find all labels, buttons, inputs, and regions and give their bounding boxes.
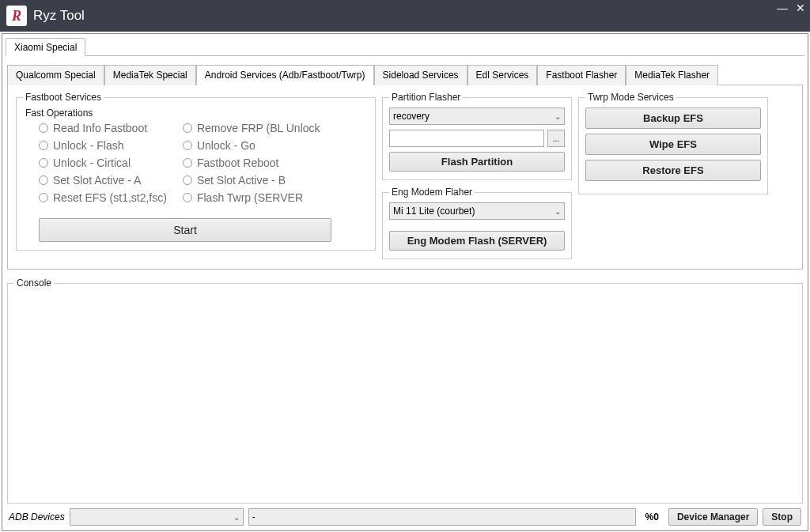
fastboot-col2-option-0[interactable]: Remove FRP (BL Unlock — [183, 122, 320, 134]
fastboot-col1-option-1[interactable]: Unlock - Flash — [39, 139, 167, 152]
tab-content: Fastboot Services Fast Operations Read I… — [7, 85, 803, 270]
group-fast-operations: Fast Operations Read Info FastbootUnlock… — [23, 108, 369, 242]
main-tab-row: Xiaomi Special — [6, 37, 804, 56]
radio-label: Set Slot Active - A — [53, 174, 141, 187]
partition-select[interactable]: recovery ⌄ — [389, 108, 565, 125]
radio-label: Remove FRP (BL Unlock — [197, 122, 320, 134]
app-logo: R — [6, 6, 27, 26]
group-eng-modem-flasher: Eng Modem Flaher Mi 11 Lite (courbet) ⌄ … — [382, 187, 572, 259]
adb-devices-select[interactable]: ⌄ — [70, 508, 244, 526]
tab-sideload-services[interactable]: Sideload Services — [374, 65, 467, 85]
partition-file-input[interactable] — [389, 130, 544, 147]
restore-efs-button[interactable]: Restore EFS — [585, 160, 761, 181]
radio-label: Flash Twrp (SERVER — [197, 191, 303, 204]
chevron-down-icon: ⌄ — [233, 513, 240, 522]
radio-icon — [39, 193, 48, 202]
progress-percent: %0 — [645, 511, 659, 523]
radio-label: Unlock - Cirtical — [53, 157, 131, 169]
fastboot-col1-option-3[interactable]: Set Slot Active - A — [39, 174, 167, 187]
chevron-down-icon: ⌄ — [555, 207, 561, 216]
group-twrp-services: Twrp Mode Services Backup EFS Wipe EFS R… — [578, 92, 768, 194]
radio-label: Fastboot Reboot — [197, 157, 279, 169]
backup-efs-button[interactable]: Backup EFS — [585, 108, 761, 129]
legend-fastboot-services: Fastboot Services — [23, 92, 104, 103]
minimize-icon[interactable]: — — [777, 2, 788, 14]
fastboot-col2-option-2[interactable]: Fastboot Reboot — [183, 157, 320, 169]
radio-icon — [183, 123, 192, 133]
fastboot-col1-option-0[interactable]: Read Info Fastboot — [39, 122, 167, 134]
status-text: - — [248, 508, 636, 526]
legend-partition-flasher: Partition Flasher — [389, 92, 463, 103]
eng-modem-flash-button[interactable]: Eng Modem Flash (SERVER) — [389, 231, 565, 251]
radio-label: Unlock - Go — [197, 139, 255, 152]
app-title: Ryz Tool — [33, 8, 85, 24]
radio-icon — [39, 175, 48, 185]
legend-console: Console — [14, 277, 54, 289]
radio-icon — [183, 175, 192, 185]
fastboot-col2-option-3[interactable]: Set Slot Active - B — [183, 174, 320, 187]
radio-icon — [39, 141, 48, 150]
eng-modem-select-value: Mi 11 Lite (courbet) — [393, 206, 475, 217]
radio-label: Read Info Fastboot — [53, 122, 147, 134]
radio-label: Unlock - Flash — [53, 139, 123, 152]
fastboot-col2-option-1[interactable]: Unlock - Go — [183, 139, 320, 152]
legend-eng-modem: Eng Modem Flaher — [389, 187, 475, 198]
radio-icon — [183, 193, 192, 202]
tab-mediatek-special[interactable]: MediaTek Special — [104, 65, 196, 85]
stop-button[interactable]: Stop — [763, 508, 801, 526]
close-icon[interactable]: ✕ — [796, 2, 805, 14]
fastboot-col1-option-4[interactable]: Reset EFS (st1,st2,fsc) — [39, 191, 167, 204]
radio-icon — [39, 158, 48, 168]
eng-modem-select[interactable]: Mi 11 Lite (courbet) ⌄ — [389, 202, 565, 220]
main-frame: Xiaomi Special Qualcomm Special MediaTek… — [2, 33, 808, 531]
tab-qualcomm-special[interactable]: Qualcomm Special — [7, 65, 104, 85]
flash-partition-button[interactable]: Flash Partition — [389, 152, 565, 172]
tab-xiaomi-special[interactable]: Xiaomi Special — [6, 38, 85, 56]
sub-tab-row: Qualcomm Special MediaTek Special Androi… — [7, 64, 803, 85]
device-manager-button[interactable]: Device Manager — [668, 508, 758, 526]
tab-fastboot-flasher[interactable]: Fastboot Flasher — [537, 65, 626, 85]
radio-icon — [183, 158, 192, 168]
fastboot-col2-option-4[interactable]: Flash Twrp (SERVER — [183, 191, 320, 204]
group-partition-flasher: Partition Flasher recovery ⌄ ... Flash P… — [382, 92, 572, 180]
partition-browse-button[interactable]: ... — [547, 130, 565, 147]
partition-select-value: recovery — [393, 111, 430, 122]
wipe-efs-button[interactable]: Wipe EFS — [585, 134, 761, 155]
fastboot-col1-option-2[interactable]: Unlock - Cirtical — [39, 157, 167, 169]
group-fastboot-services: Fastboot Services Fast Operations Read I… — [16, 92, 376, 251]
radio-label: Reset EFS (st1,st2,fsc) — [53, 191, 167, 204]
titlebar: R Ryz Tool — ✕ — [0, 0, 810, 32]
legend-fast-operations: Fast Operations — [23, 108, 95, 119]
adb-devices-label: ADB Devices — [9, 511, 65, 523]
legend-twrp-services: Twrp Mode Services — [585, 92, 676, 103]
bottom-bar: ADB Devices ⌄ - %0 Device Manager Stop — [6, 504, 804, 530]
group-console: Console — [7, 277, 803, 504]
tab-mediatek-flasher[interactable]: MediaTek Flasher — [626, 65, 718, 85]
chevron-down-icon: ⌄ — [555, 112, 561, 121]
radio-label: Set Slot Active - B — [197, 174, 286, 187]
start-button[interactable]: Start — [39, 218, 331, 242]
radio-icon — [39, 123, 48, 133]
tab-android-services[interactable]: Android Services (Adb/Fastboot/Twrp) — [196, 65, 374, 85]
tab-edl-services[interactable]: Edl Services — [467, 65, 538, 85]
radio-icon — [183, 141, 192, 150]
